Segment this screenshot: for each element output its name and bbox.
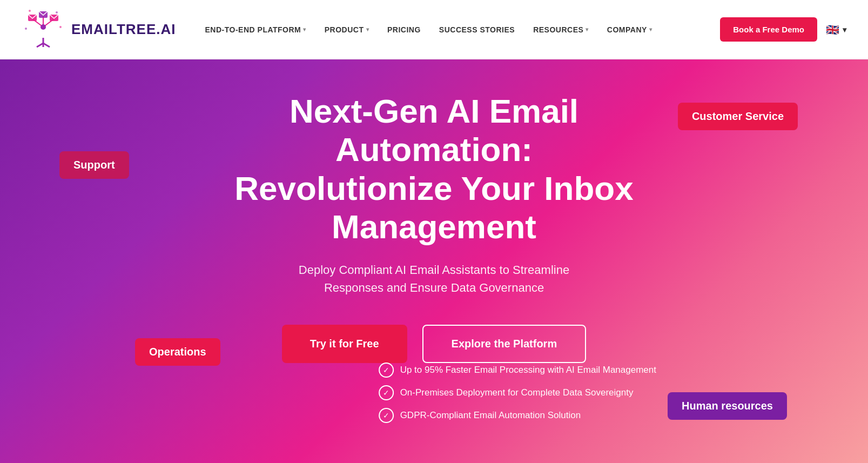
svg-point-10 [29, 10, 31, 12]
hero-title: Next-Gen AI Email Automation: Revolution… [224, 92, 645, 246]
hero-subtitle: Deploy Compliant AI Email Assistants to … [224, 261, 645, 297]
svg-line-1 [37, 43, 43, 47]
bullet-item-2: ✓ On-Premises Deployment for Complete Da… [379, 385, 656, 400]
logo-text: EMAILTREE.AI [71, 21, 176, 38]
nav-item-company[interactable]: COMPANY ▾ [600, 21, 660, 38]
bullet-text-1: Up to 95% Faster Email Processing with A… [400, 365, 656, 375]
nav-item-product[interactable]: PRODUCT ▾ [317, 21, 376, 38]
logo-link[interactable]: EMAILTREE.AI [22, 8, 176, 51]
logo-icon [22, 8, 65, 51]
hero-bullets: ✓ Up to 95% Faster Email Processing with… [379, 363, 656, 431]
navbar: EMAILTREE.AI END-TO-END PLATFORM ▾ PRODU… [0, 0, 868, 59]
bullet-item-1: ✓ Up to 95% Faster Email Processing with… [379, 363, 656, 378]
nav-item-success[interactable]: SUCCESS STORIES [432, 21, 522, 38]
badge-customer-service: Customer Service [678, 103, 798, 130]
hero-buttons: Try it for Free Explore the Platform [224, 325, 645, 363]
nav-item-pricing[interactable]: PRICING [380, 21, 428, 38]
book-demo-button[interactable]: Book a Free Demo [720, 17, 817, 42]
flag-icon: 🇬🇧 [826, 23, 839, 36]
explore-platform-button[interactable]: Explore the Platform [422, 325, 587, 363]
try-free-button[interactable]: Try it for Free [282, 325, 407, 363]
badge-support: Support [59, 151, 129, 179]
nav-right: Book a Free Demo 🇬🇧 ▾ [720, 17, 846, 42]
chevron-down-icon: ▾ [649, 26, 652, 32]
bullet-item-3: ✓ GDPR-Compliant Email Automation Soluti… [379, 408, 656, 423]
language-selector[interactable]: 🇬🇧 ▾ [826, 23, 846, 36]
chevron-down-icon: ▾ [303, 26, 306, 32]
svg-point-12 [59, 26, 62, 28]
chevron-down-icon: ▾ [366, 26, 369, 32]
nav-links: END-TO-END PLATFORM ▾ PRODUCT ▾ PRICING … [198, 21, 721, 38]
lang-chevron-icon: ▾ [843, 25, 846, 34]
check-icon-3: ✓ [379, 408, 394, 423]
bullet-text-3: GDPR-Compliant Email Automation Solution [400, 410, 581, 421]
badge-operations: Operations [135, 338, 220, 366]
hero-section: Support Customer Service Next-Gen AI Ema… [0, 59, 868, 463]
svg-point-11 [56, 11, 58, 14]
svg-point-9 [41, 24, 46, 30]
nav-item-platform[interactable]: END-TO-END PLATFORM ▾ [198, 21, 314, 38]
nav-item-resources[interactable]: RESOURCES ▾ [526, 21, 596, 38]
svg-point-13 [25, 28, 27, 30]
chevron-down-icon: ▾ [586, 26, 589, 32]
hero-content: Next-Gen AI Email Automation: Revolution… [224, 92, 645, 395]
svg-line-2 [43, 43, 50, 47]
check-icon-1: ✓ [379, 363, 394, 378]
check-icon-2: ✓ [379, 385, 394, 400]
bullet-text-2: On-Premises Deployment for Complete Data… [400, 387, 634, 398]
badge-human-resources: Human resources [668, 392, 787, 420]
